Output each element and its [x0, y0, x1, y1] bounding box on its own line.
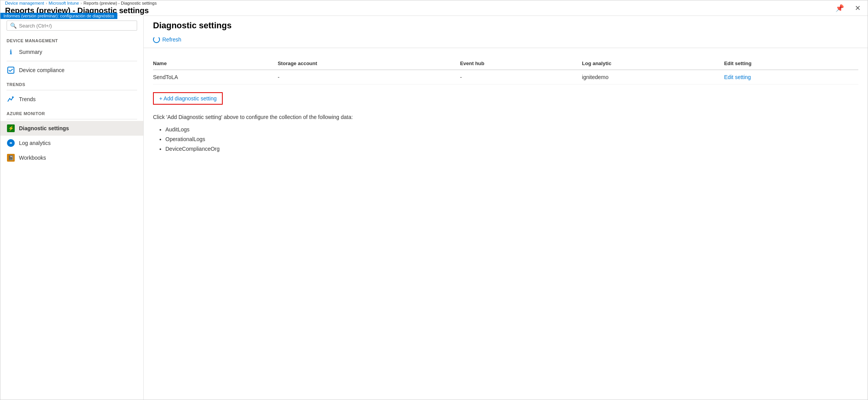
- log-analytics-icon: [7, 139, 15, 147]
- summary-icon: ℹ: [7, 48, 15, 56]
- sidebar-item-workbooks-label: Workbooks: [19, 155, 46, 161]
- add-diagnostic-setting-button[interactable]: + Add diagnostic setting: [153, 92, 223, 105]
- edit-setting-link[interactable]: Edit setting: [724, 74, 751, 80]
- sidebar-section-azure-monitor: Azure monitor: [0, 107, 143, 117]
- sidebar: 🔍 Device management ℹ Summary Device com…: [0, 16, 144, 400]
- bullet-list: AuditLogs OperationalLogs DeviceComplian…: [153, 125, 858, 154]
- sidebar-item-log-analytics-label: Log analytics: [19, 140, 51, 146]
- sidebar-item-summary[interactable]: ℹ Summary: [0, 45, 143, 59]
- col-storage: Storage account: [278, 57, 460, 70]
- breadcrumb-sep2: ›: [81, 1, 82, 5]
- sidebar-item-device-compliance-label: Device compliance: [19, 67, 65, 73]
- title-bar: Device management › Microsoft Intune › R…: [0, 0, 868, 16]
- breadcrumb-banner: Informes (versión preliminar): configura…: [0, 13, 117, 19]
- breadcrumb-current: Reports (preview) - Diagnostic settings: [84, 1, 157, 5]
- breadcrumb-home[interactable]: Device management: [5, 1, 44, 5]
- row-editsetting[interactable]: Edit setting: [724, 70, 858, 84]
- breadcrumb-intune[interactable]: Microsoft Intune: [49, 1, 79, 5]
- sidebar-section-device-management: Device management: [0, 34, 143, 45]
- refresh-label: Refresh: [162, 36, 181, 43]
- body-area: 🔍 Device management ℹ Summary Device com…: [0, 16, 868, 400]
- sidebar-divider-3: [7, 119, 137, 119]
- trends-icon: [7, 95, 15, 103]
- sidebar-item-trends[interactable]: Trends: [0, 92, 143, 107]
- col-editsetting: Edit setting: [724, 57, 858, 70]
- panel-header: Diagnostic settings Refresh: [144, 16, 868, 48]
- sidebar-item-log-analytics[interactable]: Log analytics: [0, 136, 143, 150]
- bullet-item-operationallogs: OperationalLogs: [165, 134, 858, 144]
- close-button[interactable]: ✕: [853, 2, 863, 14]
- breadcrumb-sep1: ›: [46, 1, 47, 5]
- sidebar-section-trends: Trends: [0, 78, 143, 88]
- sidebar-item-diagnostic-settings[interactable]: ⚡ Diagnostic settings: [0, 121, 143, 136]
- bullet-item-devicecomplianceorg: DeviceComplianceOrg: [165, 144, 858, 154]
- svg-rect-3: [10, 143, 12, 144]
- sidebar-item-workbooks[interactable]: 📓 Workbooks: [0, 150, 143, 165]
- diagnostic-settings-icon: ⚡: [7, 124, 15, 133]
- compliance-icon: [7, 66, 15, 74]
- pin-button[interactable]: 📌: [833, 2, 846, 14]
- refresh-button[interactable]: Refresh: [153, 34, 181, 45]
- col-name: Name: [153, 57, 278, 70]
- sidebar-item-trends-label: Trends: [19, 96, 36, 102]
- svg-rect-2: [10, 142, 12, 143]
- sidebar-item-device-compliance[interactable]: Device compliance: [0, 63, 143, 78]
- panel-toolbar: Refresh: [153, 34, 858, 48]
- info-text: Click 'Add Diagnostic setting' above to …: [153, 114, 858, 120]
- sidebar-item-summary-label: Summary: [19, 49, 42, 55]
- row-loganalytic: ignitedemo: [582, 70, 724, 84]
- table-row: SendToLA - - ignitedemo Edit setting: [153, 70, 858, 84]
- title-bar-actions: 📌 ✕: [833, 2, 863, 14]
- search-input[interactable]: [19, 23, 134, 29]
- settings-table: Name Storage account Event hub Log analy…: [153, 57, 858, 84]
- col-eventhub: Event hub: [460, 57, 582, 70]
- sidebar-divider-2: [7, 90, 137, 90]
- main-window: Device management › Microsoft Intune › R…: [0, 0, 868, 400]
- search-box[interactable]: 🔍: [7, 21, 137, 31]
- panel-body: Name Storage account Event hub Log analy…: [144, 48, 868, 400]
- main-content: Diagnostic settings Refresh Name Storage…: [144, 16, 868, 400]
- workbooks-icon: 📓: [7, 153, 15, 162]
- search-icon: 🔍: [10, 22, 17, 29]
- bullet-item-auditlogs: AuditLogs: [165, 125, 858, 134]
- sidebar-divider-1: [7, 61, 137, 61]
- breadcrumb-top: Device management › Microsoft Intune › R…: [5, 1, 156, 5]
- svg-point-1: [9, 141, 13, 145]
- col-loganalytic: Log analytic: [582, 57, 724, 70]
- row-name: SendToLA: [153, 70, 278, 84]
- add-diag-label: + Add diagnostic setting: [159, 95, 217, 102]
- panel-title: Diagnostic settings: [153, 21, 858, 31]
- row-eventhub: -: [460, 70, 582, 84]
- sidebar-item-diagnostic-settings-label: Diagnostic settings: [19, 125, 69, 131]
- refresh-icon: [153, 36, 160, 43]
- row-storage: -: [278, 70, 460, 84]
